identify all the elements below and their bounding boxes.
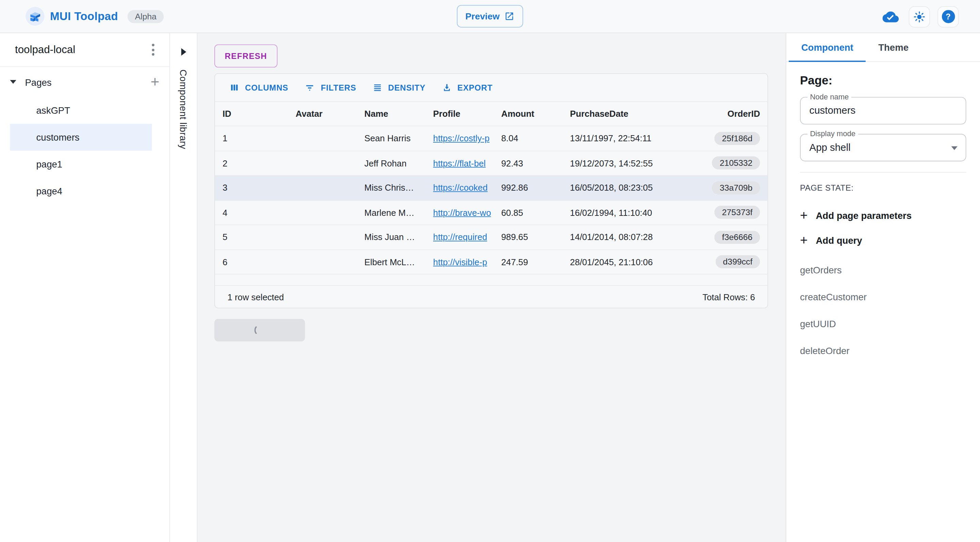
alpha-badge: Alpha xyxy=(127,10,164,23)
column-header-orderid[interactable]: OrderID xyxy=(687,109,767,119)
add-page-button[interactable]: + xyxy=(151,76,159,88)
divider xyxy=(800,172,966,172)
orderid-chip: 25f186d xyxy=(714,132,760,145)
profile-link[interactable]: https://flat-bel xyxy=(433,158,485,168)
profile-link[interactable]: http://brave-wo xyxy=(433,207,491,217)
cell-id: 6 xyxy=(215,257,288,266)
loading-button[interactable] xyxy=(215,319,305,341)
add-page-parameters-button[interactable]: + Add page parameters xyxy=(800,209,966,221)
sidebar-item-customers[interactable]: customers xyxy=(10,124,152,151)
page-title: Page: xyxy=(800,74,966,88)
profile-link[interactable]: https://costly-p xyxy=(433,134,490,143)
table-row[interactable]: 1 Sean Harris https://costly-p 8.04 13/1… xyxy=(215,126,768,151)
cell-amount: 989.65 xyxy=(494,232,563,242)
columns-button[interactable]: COLUMNS xyxy=(223,79,295,96)
theme-toggle-button[interactable] xyxy=(909,6,930,27)
table-row[interactable]: 5 Miss Juan … http://required 989.65 14/… xyxy=(215,225,768,250)
column-header-amount[interactable]: Amount xyxy=(494,109,563,119)
table-row[interactable]: 4 Marlene M… http://brave-wo 60.85 16/02… xyxy=(215,201,768,225)
orderid-chip: 33a709b xyxy=(712,181,760,194)
horizontal-scroll-gutter[interactable] xyxy=(215,274,768,285)
refresh-button[interactable]: REFRESH xyxy=(215,44,278,67)
profile-link[interactable]: http://required xyxy=(433,232,487,242)
page-canvas: REFRESH COLUMNS FI xyxy=(197,33,785,542)
cell-purchasedate: 14/01/2014, 08:07:28 xyxy=(563,232,687,242)
component-library-label: Component library xyxy=(178,69,189,149)
cell-name: Elbert McL… xyxy=(357,257,426,266)
project-menu-button[interactable] xyxy=(148,40,158,60)
cell-purchasedate: 13/11/1997, 22:54:11 xyxy=(563,134,687,143)
orderid-chip: 2105332 xyxy=(712,156,760,170)
pages-section-label: Pages xyxy=(25,77,150,87)
table-row-selected[interactable]: 3 Miss Chris… https://cooked 992.86 16/0… xyxy=(215,176,768,201)
orderid-chip: d399ccf xyxy=(716,255,760,269)
chevron-down-icon xyxy=(951,147,958,150)
top-bar: MUI Toolpad Alpha Preview xyxy=(0,0,980,33)
download-icon xyxy=(442,82,452,92)
data-grid: COLUMNS FILTERS xyxy=(215,73,768,308)
tab-theme[interactable]: Theme xyxy=(865,33,921,62)
grid-header-row: ID Avatar Name Profile Amount PurchaseDa… xyxy=(215,102,768,126)
help-button[interactable]: ? xyxy=(937,6,959,27)
sidebar-item-page4[interactable]: page4 xyxy=(10,178,152,205)
column-header-profile[interactable]: Profile xyxy=(426,109,494,119)
cell-amount: 8.04 xyxy=(494,134,563,143)
inspector-tabs: Component Theme xyxy=(786,33,980,62)
cell-purchasedate: 16/02/1994, 11:10:40 xyxy=(563,207,687,217)
cell-id: 2 xyxy=(215,158,288,168)
explorer-sidebar: toolpad-local Pages + askGPT customers p… xyxy=(0,33,170,542)
column-header-avatar[interactable]: Avatar xyxy=(288,109,357,119)
tab-component[interactable]: Component xyxy=(789,33,866,62)
loading-spinner-icon xyxy=(254,324,266,336)
cell-id: 1 xyxy=(215,134,288,143)
column-header-id[interactable]: ID xyxy=(215,109,288,119)
sidebar-item-page1[interactable]: page1 xyxy=(10,151,152,178)
cell-id: 3 xyxy=(215,183,288,193)
node-name-label: Node name xyxy=(808,92,851,102)
cell-name: Miss Juan … xyxy=(357,232,426,242)
profile-link[interactable]: https://cooked xyxy=(433,183,488,193)
column-header-purchasedate[interactable]: PurchaseDate xyxy=(563,109,687,119)
orderid-chip: f3e6666 xyxy=(714,231,760,244)
query-item-getorders[interactable]: getOrders xyxy=(800,265,966,275)
open-in-new-icon xyxy=(504,11,514,21)
density-button[interactable]: DENSITY xyxy=(366,79,432,96)
cell-id: 5 xyxy=(215,232,288,242)
cell-id: 4 xyxy=(215,207,288,217)
sidebar-item-askgpt[interactable]: askGPT xyxy=(10,97,152,124)
cell-purchasedate: 19/12/2073, 14:52:55 xyxy=(563,158,687,168)
columns-icon xyxy=(229,82,239,92)
expand-library-icon[interactable] xyxy=(181,48,186,56)
query-item-createcustomer[interactable]: createCustomer xyxy=(800,292,966,302)
node-name-field[interactable]: Node name customers xyxy=(800,97,966,124)
profile-link[interactable]: http://visible-p xyxy=(433,257,487,266)
table-row[interactable]: 6 Elbert McL… http://visible-p 247.59 28… xyxy=(215,250,768,275)
export-button[interactable]: EXPORT xyxy=(435,79,500,96)
cell-amount: 992.86 xyxy=(494,183,563,193)
add-query-button[interactable]: + Add query xyxy=(800,234,966,246)
cell-purchasedate: 28/01/2045, 21:10:06 xyxy=(563,257,687,266)
cell-purchasedate: 16/05/2018, 08:23:05 xyxy=(563,183,687,193)
preview-button[interactable]: Preview xyxy=(457,5,523,27)
project-name: toolpad-local xyxy=(15,43,75,56)
sun-icon xyxy=(913,10,926,23)
table-row[interactable]: 2 Jeff Rohan https://flat-bel 92.43 19/1… xyxy=(215,151,768,176)
cloud-synced-icon[interactable] xyxy=(880,6,901,27)
plus-icon: + xyxy=(800,209,808,221)
grid-footer: 1 row selected Total Rows: 6 xyxy=(215,285,768,308)
query-item-deleteorder[interactable]: deleteOrder xyxy=(800,345,966,356)
pages-collapse-icon[interactable] xyxy=(10,80,16,84)
filters-button[interactable]: FILTERS xyxy=(298,79,363,97)
node-name-value: customers xyxy=(810,105,856,116)
density-icon xyxy=(372,82,382,92)
orderid-chip: 275373f xyxy=(714,206,760,219)
cell-amount: 60.85 xyxy=(494,207,563,217)
column-header-name[interactable]: Name xyxy=(357,109,426,119)
inspector-panel: Component Theme Page: Node name customer… xyxy=(786,33,980,542)
display-mode-select[interactable]: Display mode App shell xyxy=(800,134,966,161)
display-mode-label: Display mode xyxy=(808,129,858,138)
grid-toolbar: COLUMNS FILTERS xyxy=(215,74,768,102)
cell-name: Jeff Rohan xyxy=(357,158,426,168)
query-item-getuuid[interactable]: getUUID xyxy=(800,318,966,329)
cell-amount: 247.59 xyxy=(494,257,563,266)
